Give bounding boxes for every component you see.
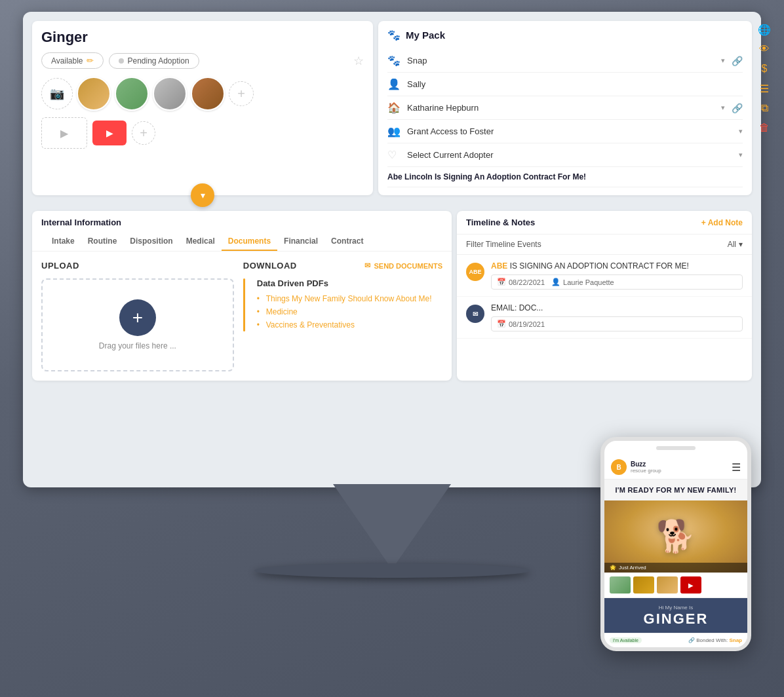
add-video-icon: + (140, 126, 147, 141)
upload-section: UPLOAD + Drag your files here ... (41, 261, 234, 371)
data-driven-text: Data Driven (257, 278, 304, 288)
foster-dropdown[interactable]: ▾ (739, 127, 743, 136)
photos-row: 📷 + (41, 77, 364, 111)
status-row: Available ✏ Pending Adoption ☆ (41, 52, 364, 69)
pack-member-katharine: 🏠 Katharine Hepburn ▾ 🔗 (387, 96, 743, 120)
pack-icon: 🐾 (387, 29, 401, 41)
timeline-title: Timeline & Notes (466, 217, 535, 227)
calendar-icon-2: 📅 (497, 320, 506, 328)
filter-chevron: ▾ (739, 240, 743, 249)
tab-intake[interactable]: Intake (45, 233, 81, 251)
chevron-down-icon: ▾ (201, 190, 205, 200)
pdf-item-2[interactable]: Medicine (257, 305, 432, 318)
phone-bonded-with: Bonded With: (696, 637, 728, 643)
data-driven-label: Data Driven PDFs (257, 278, 432, 288)
tabs-row: Intake Routine Disposition Medical Docum… (41, 233, 442, 251)
upload-circle: + (119, 299, 156, 336)
plus-icon: + (237, 86, 245, 102)
phone-thumb-2[interactable] (633, 576, 654, 593)
filter-select[interactable]: All ▾ (728, 240, 743, 249)
right-icons-panel: 🌐 👁 $ ☰ ⧉ 🗑 (756, 21, 773, 136)
buzz-app-name: Buzz (631, 461, 661, 468)
phone-bonded-name[interactable]: Snap (729, 637, 742, 643)
phone-banner: I'M READY FOR MY NEW FAMILY! (604, 480, 747, 500)
pending-label: Pending Adoption (127, 56, 189, 66)
phone-thumb-1[interactable] (610, 576, 631, 593)
pdf-item-3[interactable]: Vaccines & Preventatives (257, 318, 432, 331)
download-title: DOWNLOAD (243, 261, 365, 271)
snap-dropdown[interactable]: ▾ (721, 56, 725, 65)
available-status[interactable]: Available ✏ (41, 52, 104, 69)
pdf-list: Things My New Family Should Know About M… (257, 292, 432, 331)
katharine-dropdown[interactable]: ▾ (721, 104, 725, 112)
video-row: ▶ ▶ + (41, 117, 364, 149)
tab-medical[interactable]: Medical (180, 233, 222, 251)
pending-status[interactable]: Pending Adoption (109, 53, 199, 69)
person-icon-2: 👥 (387, 125, 401, 138)
tab-disposition[interactable]: Disposition (123, 233, 179, 251)
filter-value: All (728, 240, 736, 249)
tab-contract[interactable]: Contract (324, 233, 370, 251)
event-2-content: EMAIL: DOC... 📅 08/19/2021 (491, 303, 743, 331)
heart-icon: ♡ (387, 149, 401, 161)
phone-video-thumb[interactable]: ▶ (680, 576, 701, 593)
add-video-button[interactable]: + (132, 121, 155, 145)
copy-icon-btn[interactable]: ⧉ (756, 100, 773, 117)
youtube-icon: ▶ (106, 128, 113, 138)
monitor-base (254, 563, 530, 578)
video-placeholder[interactable]: ▶ (41, 117, 87, 149)
dollar-icon-btn[interactable]: $ (756, 60, 773, 77)
adopter-dropdown[interactable]: ▾ (739, 151, 743, 159)
upload-dropzone[interactable]: + Drag your files here ... (41, 278, 234, 371)
expand-button[interactable]: ▾ (191, 183, 214, 207)
video-thumb[interactable]: ▶ (92, 121, 127, 145)
phone-ginger-name-section: Hi My Name Is GINGER (604, 598, 747, 633)
person-icon-timeline: 👤 (551, 278, 560, 286)
trash-icon-btn[interactable]: 🗑 (756, 119, 773, 136)
add-note-button[interactable]: + Add Note (701, 218, 743, 227)
tab-documents[interactable]: Documents (222, 233, 277, 251)
my-pack-card: 🐾 My Pack 🐾 Snap ▾ 🔗 👤 Sally 🏠 Katharine… (378, 21, 752, 195)
pet-photo-3[interactable] (153, 77, 187, 111)
phone-thumb-3[interactable] (657, 576, 678, 593)
event-1-meta: 📅 08/22/2021 👤 Laurie Paquette (491, 274, 743, 290)
timeline-header: Timeline & Notes + Add Note (457, 211, 752, 235)
adoption-message: Abe Lincoln Is Signing An Adoption Contr… (387, 172, 743, 181)
pending-dot (119, 58, 124, 64)
arrived-icon: 🌟 (610, 565, 616, 571)
edit-icon[interactable]: ✏ (87, 56, 94, 66)
event-1-date-val: 08/22/2021 (509, 278, 545, 286)
download-section: DOWNLOAD ✉ SEND DOCUMENTS Data Driven PD… (243, 261, 442, 371)
download-bar (243, 278, 245, 331)
tab-routine[interactable]: Routine (81, 233, 124, 251)
list-icon-btn[interactable]: ☰ (756, 80, 773, 97)
buzz-app-sub: rescue group (631, 468, 661, 474)
tab-financial[interactable]: Financial (277, 233, 324, 251)
send-docs-button[interactable]: ✉ SEND DOCUMENTS (364, 261, 442, 270)
event-1-content: ABE IS SIGNING AN ADOPTION CONTRACT FOR … (491, 261, 743, 290)
pdf-section: Data Driven PDFs Things My New Family Sh… (257, 278, 432, 331)
add-photo-placeholder[interactable]: 📷 (41, 78, 73, 109)
pet-photo-4[interactable] (191, 77, 225, 111)
add-photo-button[interactable]: + (229, 81, 254, 106)
arrived-badge: 🌟 Just Arrived (604, 563, 747, 573)
upload-title: UPLOAD (41, 261, 234, 271)
favorite-icon[interactable]: ☆ (353, 54, 364, 68)
download-content: Data Driven PDFs Things My New Family Sh… (243, 278, 442, 331)
eye-icon-btn[interactable]: 👁 (756, 41, 773, 58)
pet-photo-1[interactable] (77, 77, 111, 111)
pet-photo-2[interactable] (115, 77, 149, 111)
pdf-item-1[interactable]: Things My New Family Should Know About M… (257, 292, 432, 305)
buzz-logo-text: Buzz rescue group (631, 461, 661, 474)
filter-label: Filter Timeline Events (466, 240, 541, 249)
phone-status-label: I'm Available (613, 638, 638, 643)
event-1-text: ABE IS SIGNING AN ADOPTION CONTRACT FOR … (491, 261, 743, 271)
phone-menu-icon[interactable]: ☰ (732, 461, 741, 474)
plus-upload-icon: + (132, 307, 143, 328)
snap-link-icon[interactable]: 🔗 (732, 56, 743, 66)
phone-status-bar: I'm Available 🔗 Bonded With: Snap (604, 633, 747, 647)
globe-icon-btn[interactable]: 🌐 (756, 21, 773, 38)
katharine-label: Katharine Hepburn (407, 103, 715, 113)
katharine-link-icon[interactable]: 🔗 (732, 103, 743, 113)
event-2-date-val: 08/19/2021 (509, 320, 545, 328)
